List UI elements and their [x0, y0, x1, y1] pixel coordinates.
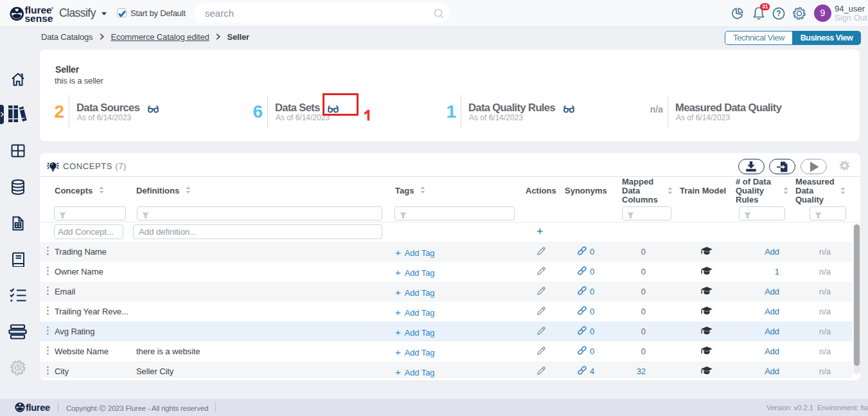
svg-text:sense: sense: [25, 13, 53, 23]
svg-text:fluree: fluree: [26, 402, 50, 413]
svg-text:?: ?: [776, 9, 781, 18]
